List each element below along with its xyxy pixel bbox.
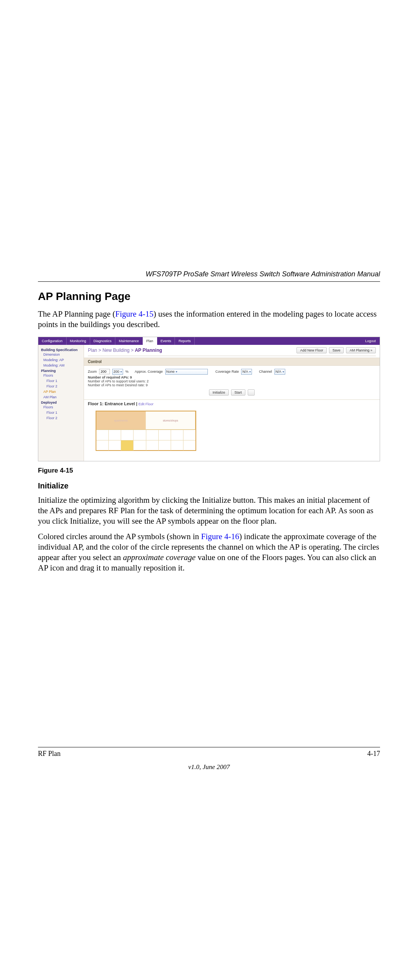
sidebar-item-floor1[interactable]: Floor 1 [41,378,81,384]
fp-cell [134,430,146,440]
tab-events[interactable]: Events [157,337,175,345]
action-buttons: Initialize Start [84,389,380,396]
tab-plan[interactable]: Plan [143,337,157,345]
sidebar-item-am-plan[interactable]: AM Plan [41,394,81,400]
zoom-pct: % [125,370,128,373]
fp-cell [146,430,159,440]
sidebar: Building Specification Dimension Modelin… [38,345,84,461]
sidebar-item-ap-plan[interactable]: AP Plan [41,389,81,394]
divider [88,356,376,356]
link-figure-4-16[interactable]: Figure 4-16 [201,532,240,541]
required-aps-l2: Number of APs to meet Desired rate: 9 [88,383,148,387]
sidebar-item-modeling-am[interactable]: Modeling: AM [41,363,81,368]
running-header: WFS709TP ProSafe Smart Wireless Switch S… [38,270,380,281]
breadcrumb-current: AP Planning [135,348,162,353]
heading-initialize: Initialize [38,481,380,490]
tab-monitoring[interactable]: Monitoring [67,337,90,345]
fp-row-1 [96,430,195,440]
fp-cell [183,430,195,440]
fp-cell [159,440,171,451]
floorplan-bottom [96,429,195,450]
channel-select[interactable]: N/A [274,369,285,375]
zoom-label: Zoom [88,370,97,373]
fp-cell [109,430,121,440]
header-buttons: Add New Floor Save AM Planning » [296,347,376,353]
tab-configuration[interactable]: Configuration [38,337,67,345]
sidebar-item-floor2[interactable]: Floor 2 [41,384,81,389]
approx-coverage-select[interactable]: None [165,369,208,375]
logout-link[interactable]: Logout [365,339,380,343]
fp-cell [183,440,195,451]
sidebar-item-floors[interactable]: Floors [41,373,81,378]
coverage-rate-select[interactable]: N/A [241,369,252,375]
fp-cell [134,440,146,451]
footer-row: RF Plan 4-17 [38,750,380,758]
p3-text-a: Colored circles around the AP symbols (s… [38,532,201,541]
sidebar-item-dimension[interactable]: Dimension [41,352,81,357]
footer-page-number: 4-17 [367,750,380,758]
floor-title: Floor 1: Entrance Level [88,401,135,406]
sidebar-group-planning: Planning [41,369,81,373]
sidebar-item-dep-floor2[interactable]: Floor 2 [41,415,81,421]
fp-row-2 [96,440,195,451]
fp-cell [109,440,121,451]
initialize-button[interactable]: Initialize [209,389,229,396]
fp-cell [96,430,109,440]
fp-label-apartments: apartments [114,419,128,421]
figure-caption: Figure 4-15 [38,467,380,475]
save-button[interactable]: Save [329,347,344,353]
sidebar-group-building-spec: Building Specification [41,348,81,352]
heading-ap-planning-page: AP Planning Page [38,290,380,303]
fp-cell [96,440,109,451]
sidebar-item-dep-floor1[interactable]: Floor 1 [41,410,81,415]
fp-cell [121,430,134,440]
sidebar-item-dep-floors[interactable]: Floors [41,404,81,410]
breadcrumb-row: Plan > New Building > AP Planning Add Ne… [84,345,380,355]
app-top-nav: Configuration Monitoring Diagnostics Mai… [38,337,380,345]
initialize-paragraph: Initialize the optimizing algorithm by c… [38,495,380,526]
breadcrumb: Plan > New Building > AP Planning [88,348,162,353]
p1-text-a: The AP Planning page ( [38,309,115,319]
control-row: Zoom 200 % Approx. Coverage None Coverag… [84,368,380,375]
fp-cell [146,440,159,451]
approx-coverage-label: Approx. Coverage [135,370,163,373]
channel-label: Channel [259,370,272,373]
coverage-rate-label: Coverage Rate [216,370,239,373]
floor-header: Floor 1: Entrance Level | Edit Floor [84,399,380,408]
fp-cell [171,430,183,440]
zoom-select[interactable]: 200 [112,369,123,375]
breadcrumb-prefix: Plan > New Building > [88,348,135,353]
section-control: Control [84,358,380,366]
document-page: WFS709TP ProSafe Smart Wireless Switch S… [38,270,380,579]
intro-paragraph: The AP Planning page (Figure 4-15) uses … [38,309,380,330]
am-planning-button[interactable]: AM Planning » [346,347,376,353]
header-rule [38,281,380,282]
footer-rule [38,747,380,747]
fp-cell-highlight [121,440,134,451]
add-new-floor-button[interactable]: Add New Floor [296,347,327,353]
fp-cell [159,430,171,440]
required-aps: Number of required APs: 9 Number of APs … [84,375,380,387]
link-figure-4-15[interactable]: Figure 4-15 [115,309,154,319]
p3-italic: approximate coverage [123,553,196,562]
tab-maintenance[interactable]: Maintenance [115,337,143,345]
fp-apartments: apartments [96,411,146,429]
floorplan[interactable]: apartments stores/shops [96,411,196,451]
app-body: Building Specification Dimension Modelin… [38,345,380,461]
required-aps-l1: Number of APs to support total users: 2 [88,379,149,383]
edit-floor-link[interactable]: Edit Floor [139,402,154,406]
tab-diagnostics[interactable]: Diagnostics [90,337,116,345]
stop-button[interactable] [248,389,255,396]
main-panel: Plan > New Building > AP Planning Add Ne… [84,345,380,461]
zoom-input[interactable] [99,369,110,374]
fp-stores: stores/shops [146,411,195,429]
footer-version: v1.0, June 2007 [38,763,380,771]
colored-circles-paragraph: Colored circles around the AP symbols (s… [38,531,380,573]
page-footer: RF Plan 4-17 v1.0, June 2007 [38,747,380,771]
embedded-screenshot: Configuration Monitoring Diagnostics Mai… [38,337,380,461]
start-button[interactable]: Start [231,389,245,396]
sidebar-item-modeling-ap[interactable]: Modeling: AP [41,357,81,363]
required-aps-title: Number of required APs: 9 [88,375,132,379]
tab-reports[interactable]: Reports [175,337,195,345]
sidebar-group-deployed: Deployed [41,401,81,404]
